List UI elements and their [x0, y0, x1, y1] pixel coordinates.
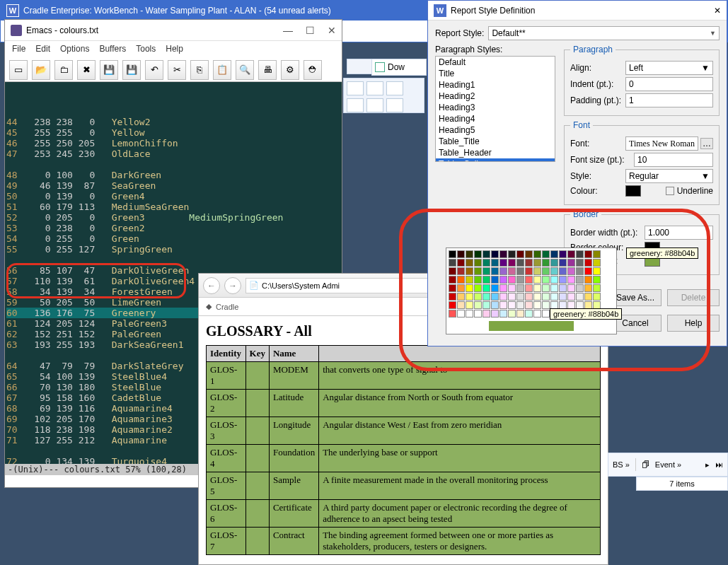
colour-cell[interactable] [457, 310, 465, 318]
colour-cell[interactable] [499, 267, 507, 275]
style-item-heading1[interactable]: Heading1 [436, 79, 555, 91]
paste-icon[interactable]: 📋 [213, 60, 231, 80]
colour-cell[interactable] [491, 301, 499, 309]
tool-icon[interactable] [366, 98, 383, 112]
colour-cell[interactable] [584, 259, 592, 267]
colour-cell[interactable] [559, 284, 567, 292]
colour-cell[interactable] [559, 259, 567, 267]
colour-cell[interactable] [576, 267, 584, 275]
tool-icon[interactable] [386, 98, 403, 112]
colour-cell[interactable] [466, 267, 473, 275]
colour-cell[interactable] [508, 250, 516, 258]
colour-cell[interactable] [593, 284, 601, 292]
new-file-icon[interactable]: ▭ [9, 60, 28, 80]
colour-cell[interactable] [576, 259, 584, 267]
table-row[interactable]: GLOS-5SampleA finite measurement made in… [207, 472, 601, 500]
colour-cell[interactable] [533, 284, 541, 292]
tool-icon[interactable] [347, 81, 364, 95]
colour-cell[interactable] [466, 284, 473, 292]
colour-cell[interactable] [559, 267, 567, 275]
colour-cell[interactable] [533, 310, 541, 318]
cut-icon[interactable]: ✂ [168, 60, 186, 80]
colour-cell[interactable] [516, 267, 524, 275]
colour-cell[interactable] [449, 301, 456, 309]
colour-cell[interactable] [516, 284, 524, 292]
colour-cell[interactable] [474, 293, 482, 301]
down-button[interactable]: Dow [371, 59, 427, 76]
colour-cell[interactable] [457, 259, 465, 267]
colour-cell[interactable] [466, 293, 473, 301]
colour-cell[interactable] [542, 310, 550, 318]
colour-cell[interactable] [508, 284, 516, 292]
colour-cell[interactable] [474, 259, 482, 267]
menu-file[interactable]: File [12, 44, 25, 55]
back-icon[interactable]: ← [203, 277, 220, 294]
colour-cell[interactable] [457, 276, 465, 284]
paragraph-styles-list[interactable]: DefaultTitleHeading1Heading2Heading3Head… [435, 56, 555, 162]
menu-tools[interactable]: Tools [136, 44, 156, 55]
colour-cell[interactable] [516, 310, 524, 318]
style-item-title[interactable]: Title [436, 68, 555, 79]
colour-palette[interactable] [446, 247, 617, 334]
event-combo[interactable]: Event » [655, 460, 681, 469]
colour-cell[interactable] [483, 310, 490, 318]
colour-cell[interactable] [466, 250, 473, 258]
colour-cell[interactable] [491, 310, 499, 318]
colour-cell[interactable] [533, 267, 541, 275]
colour-cell[interactable] [584, 250, 592, 258]
menu-buffers[interactable]: Buffers [99, 44, 126, 55]
style-item-heading5[interactable]: Heading5 [436, 124, 555, 136]
help-icon[interactable]: ⛑ [304, 60, 322, 80]
tool-icon[interactable] [366, 81, 383, 95]
colour-cell[interactable] [457, 250, 465, 258]
colour-cell[interactable] [533, 250, 541, 258]
colour-cell[interactable] [491, 284, 499, 292]
report-style-combo[interactable]: Default**▼ [488, 26, 720, 40]
style-item-default[interactable]: Default [436, 57, 555, 68]
colour-cell[interactable] [567, 276, 575, 284]
colour-cell[interactable] [449, 276, 456, 284]
colour-cell[interactable] [525, 293, 533, 301]
colour-cell[interactable] [449, 259, 456, 267]
colour-cell[interactable] [516, 250, 524, 258]
style-item-heading3[interactable]: Heading3 [436, 102, 555, 113]
dir-icon[interactable]: 🗀 [54, 60, 73, 80]
colour-cell[interactable] [584, 276, 592, 284]
table-row[interactable]: GLOS-7ContractThe binding agreement form… [207, 528, 601, 555]
forward-icon[interactable]: → [224, 277, 241, 294]
colour-cell[interactable] [499, 293, 507, 301]
colour-cell[interactable] [466, 259, 473, 267]
indent-input[interactable]: 0 [625, 77, 713, 91]
borderwidth-input[interactable]: 1.000 [645, 226, 713, 240]
menu-edit[interactable]: Edit [35, 44, 50, 55]
colour-cell[interactable] [525, 310, 533, 318]
colour-cell[interactable] [491, 276, 499, 284]
colour-cell[interactable] [550, 259, 558, 267]
fontsize-input[interactable]: 10 [634, 153, 713, 167]
font-combo[interactable]: Times New Roman [625, 136, 698, 151]
style-item-table_title[interactable]: Table_Title [436, 136, 555, 147]
colour-cell[interactable] [550, 267, 558, 275]
colour-cell[interactable] [466, 276, 473, 284]
colour-cell[interactable] [584, 267, 592, 275]
colour-cell[interactable] [474, 310, 482, 318]
colour-cell[interactable] [559, 276, 567, 284]
close-icon[interactable]: ✕ [328, 25, 336, 36]
colour-cell[interactable] [516, 259, 524, 267]
colour-cell[interactable] [483, 267, 490, 275]
colour-cell[interactable] [449, 310, 456, 318]
colour-cell[interactable] [483, 301, 490, 309]
colour-cell[interactable] [542, 267, 550, 275]
print-icon[interactable]: 🖶 [258, 60, 277, 80]
colour-cell[interactable] [474, 250, 482, 258]
table-row[interactable]: GLOS-6CertificateA third party document … [207, 500, 601, 528]
colour-cell[interactable] [449, 267, 456, 275]
copy-icon[interactable]: ⎘ [190, 60, 209, 80]
colour-cell[interactable] [542, 284, 550, 292]
colour-cell[interactable] [542, 293, 550, 301]
colour-cell[interactable] [449, 284, 456, 292]
table-row[interactable]: GLOS-4FoundationThe underlying base or s… [207, 445, 601, 472]
colour-cell[interactable] [550, 293, 558, 301]
colour-cell[interactable] [525, 259, 533, 267]
colour-cell[interactable] [533, 259, 541, 267]
